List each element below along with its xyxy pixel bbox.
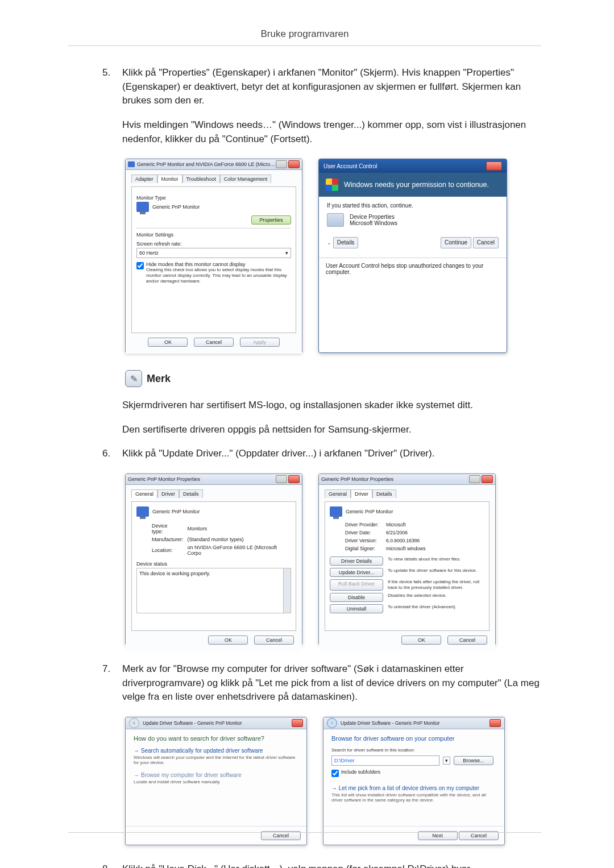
chevron-down-icon: ▾ bbox=[285, 250, 288, 256]
step-5: 5. Klikk på "Properties" (Egenskaper) i … bbox=[68, 66, 541, 146]
path-input[interactable]: D:\Driver bbox=[331, 755, 439, 766]
pick-link[interactable]: → Let me pick from a list of device driv… bbox=[331, 785, 496, 791]
uninstall-button[interactable]: Uninstall bbox=[330, 604, 383, 613]
rollback-driver-button[interactable]: Roll Back Driver bbox=[330, 579, 383, 591]
device-status-text: This device is working properly. bbox=[139, 571, 210, 576]
close-button[interactable] bbox=[288, 475, 300, 483]
apply-button[interactable]: Apply bbox=[240, 338, 280, 347]
location-label: Location: bbox=[151, 544, 185, 556]
details-button[interactable]: Details bbox=[333, 237, 359, 248]
tab-troubleshoot[interactable]: Troubleshoot bbox=[182, 175, 220, 183]
props-driver-title: Generic PnP Monitor Properties bbox=[321, 476, 469, 482]
location-value: on NVIDIA GeForce 6600 LE (Microsoft Cor… bbox=[186, 544, 290, 556]
monitor-type-label: Monitor Type bbox=[136, 195, 291, 201]
tab-adapter[interactable]: Adapter bbox=[131, 175, 157, 183]
monitor-dialog-title: Generic PnP Monitor and NVIDIA GeForce 6… bbox=[137, 161, 276, 167]
note-text-1: Skjermdriveren har sertifisert MS-logo, … bbox=[122, 398, 541, 413]
dev-type-label: Device type: bbox=[151, 522, 185, 535]
browse-button[interactable]: Browse... bbox=[454, 756, 493, 765]
tab-color-management[interactable]: Color Management bbox=[220, 175, 272, 183]
continue-button[interactable]: Continue bbox=[441, 237, 471, 248]
tab-driver[interactable]: Driver bbox=[351, 489, 372, 498]
scrollbar[interactable] bbox=[283, 568, 291, 613]
uac-close-button[interactable] bbox=[486, 161, 502, 171]
uac-cancel-button[interactable]: Cancel bbox=[473, 237, 499, 248]
device-props-general-dialog: Generic PnP Monitor Properties General D… bbox=[125, 474, 302, 645]
note-icon: ✎ bbox=[125, 370, 142, 387]
driver-details-button[interactable]: Driver Details bbox=[330, 556, 383, 566]
page-header: Bruke programvaren bbox=[68, 28, 541, 46]
tab-details[interactable]: Details bbox=[179, 489, 203, 498]
wizard-1-title: Update Driver Software - Generic PnP Mon… bbox=[143, 720, 242, 726]
cancel-button[interactable]: Cancel bbox=[447, 636, 487, 645]
monitor-type-icon bbox=[136, 202, 149, 212]
device-name: Generic PnP Monitor bbox=[346, 509, 393, 514]
monitor-icon bbox=[330, 506, 342, 517]
uac-dialog: User Account Control Windows needs your … bbox=[318, 159, 507, 353]
refresh-rate-value: 60 Hertz bbox=[139, 250, 159, 256]
refresh-rate-label: Screen refresh rate: bbox=[136, 241, 291, 247]
wizard-2-title: Update Driver Software - Generic PnP Mon… bbox=[341, 720, 440, 726]
refresh-rate-select[interactable]: 60 Hertz ▾ bbox=[136, 248, 291, 258]
digital-signer-value: microsoft windows bbox=[385, 545, 426, 552]
tab-general[interactable]: General bbox=[325, 489, 351, 498]
wizard-1-option-browse[interactable]: → Browse my computer for driver software… bbox=[134, 772, 298, 784]
uac-footer: User Account Control helps stop unauthor… bbox=[319, 258, 507, 281]
back-icon[interactable]: ‹ bbox=[129, 718, 139, 728]
ok-button[interactable]: OK bbox=[148, 338, 188, 347]
step-6-text: Klikk på "Update Driver..." (Oppdater dr… bbox=[122, 447, 541, 461]
footer-rule bbox=[68, 832, 541, 833]
monitor-settings-label: Monitor Settings bbox=[136, 232, 291, 238]
cancel-button[interactable]: Cancel bbox=[194, 338, 234, 347]
properties-button[interactable]: Properties bbox=[251, 215, 291, 225]
tab-monitor[interactable]: Monitor bbox=[157, 175, 182, 183]
step-7-text: Merk av for "Browse my computer for driv… bbox=[122, 662, 541, 704]
tab-driver[interactable]: Driver bbox=[157, 489, 179, 498]
shield-icon bbox=[326, 178, 338, 191]
help-button[interactable] bbox=[276, 475, 287, 483]
close-button[interactable] bbox=[489, 719, 501, 727]
update-driver-wizard-2: ‹ Update Driver Software - Generic PnP M… bbox=[323, 717, 505, 845]
tab-details[interactable]: Details bbox=[372, 489, 396, 498]
search-location-label: Search for driver software in this locat… bbox=[331, 747, 496, 753]
step-7-num: 7. bbox=[102, 662, 110, 676]
step-7: 7. Merk av for "Browse my computer for d… bbox=[68, 662, 541, 704]
hide-modes-desc: Clearing this check box allows you to se… bbox=[146, 267, 291, 284]
wizard-2-pick-option[interactable]: → Let me pick from a list of device driv… bbox=[331, 785, 496, 803]
uac-line: If you started this action, continue. bbox=[327, 202, 499, 209]
disable-button[interactable]: Disable bbox=[330, 593, 383, 602]
back-icon[interactable]: ‹ bbox=[327, 718, 337, 728]
hide-modes-checkbox[interactable] bbox=[136, 262, 144, 269]
driver-details-desc: To view details about the driver files. bbox=[388, 556, 484, 566]
option-browse-link[interactable]: → Browse my computer for driver software bbox=[134, 772, 298, 778]
chevron-down-icon[interactable]: ▾ bbox=[443, 757, 450, 765]
ok-button[interactable]: OK bbox=[401, 636, 441, 645]
figure-row-2: Generic PnP Monitor Properties General D… bbox=[125, 474, 541, 645]
help-button[interactable] bbox=[469, 475, 480, 483]
disable-desc: Disables the selected device. bbox=[388, 593, 484, 602]
monitor-type-value: Generic PnP Monitor bbox=[152, 204, 200, 210]
cancel-button[interactable]: Cancel bbox=[254, 636, 294, 645]
uac-program: Device Properties bbox=[350, 214, 397, 220]
wizard-1-question: How do you want to search for driver sof… bbox=[134, 735, 298, 742]
figure-row-3: ‹ Update Driver Software - Generic PnP M… bbox=[125, 717, 541, 845]
option-auto-sub: Windows will search your computer and th… bbox=[134, 755, 298, 765]
driver-date-value: 6/21/2006 bbox=[385, 529, 426, 536]
update-driver-button[interactable]: Update Driver... bbox=[330, 568, 383, 577]
close-button[interactable] bbox=[292, 719, 303, 727]
include-subfolders-checkbox[interactable] bbox=[331, 770, 339, 777]
wizard-1-option-auto[interactable]: → Search automatically for updated drive… bbox=[134, 747, 298, 765]
option-auto-link[interactable]: → Search automatically for updated drive… bbox=[134, 747, 298, 754]
include-subfolders-label: Include subfolders bbox=[341, 769, 380, 775]
close-button[interactable] bbox=[288, 160, 300, 168]
minimize-button[interactable] bbox=[276, 160, 287, 168]
step-5-num: 5. bbox=[102, 66, 110, 80]
digital-signer-label: Digital Signer: bbox=[345, 545, 384, 552]
tab-general[interactable]: General bbox=[131, 489, 157, 498]
close-button[interactable] bbox=[482, 475, 493, 483]
step-8-text: Klikk på "Have Disk..." (Har diskett…), … bbox=[122, 862, 541, 868]
note-heading: ✎ Merk bbox=[125, 370, 541, 387]
ok-button[interactable]: OK bbox=[208, 636, 248, 645]
device-name: Generic PnP Monitor bbox=[152, 509, 200, 514]
program-icon bbox=[327, 213, 344, 227]
